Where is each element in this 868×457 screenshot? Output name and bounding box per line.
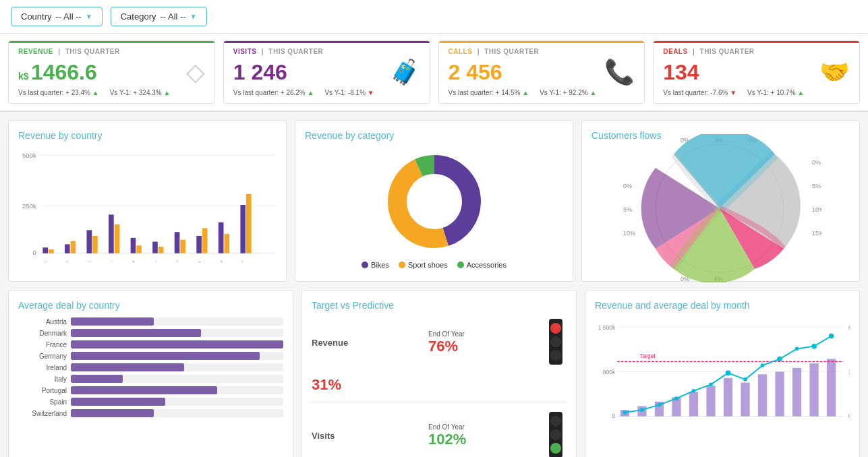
svg-point-55 bbox=[550, 336, 561, 347]
svg-text:1 600k: 1 600k bbox=[598, 324, 616, 331]
hbar-fill bbox=[71, 375, 123, 383]
legend-label-accessories: Accessories bbox=[467, 261, 507, 269]
svg-point-95 bbox=[795, 347, 799, 351]
svg-text:Portugal: Portugal bbox=[162, 260, 181, 262]
avg-deal-hbar-chart: Austria Denmark France Germany Ireland I… bbox=[18, 317, 283, 417]
country-filter-value: -- All -- bbox=[56, 11, 82, 22]
chord-svg: 0% 5% 10% 15% 0% 5% 10% 0% 3% 0% 0% 6% bbox=[620, 134, 822, 282]
avg-deal-country-card: Average deal by country Austria Denmark … bbox=[8, 290, 293, 457]
svg-rect-9 bbox=[71, 241, 76, 253]
list-item: Ireland bbox=[18, 363, 283, 371]
svg-rect-14 bbox=[131, 238, 136, 253]
revenue-period: THIS QUARTER bbox=[65, 48, 120, 55]
visits-period: THIS QUARTER bbox=[268, 48, 323, 55]
hbar-track bbox=[71, 409, 283, 417]
kpi-row: REVENUE | THIS QUARTER k$ 1466.6 ◇ Vs la… bbox=[0, 34, 868, 112]
hbar-label: Germany bbox=[18, 353, 67, 360]
svg-rect-80 bbox=[792, 368, 801, 417]
donut-legend: Bikes Sport shoes Accessories bbox=[361, 261, 507, 269]
revenue-avg-deal-title: Revenue and average deal by month bbox=[595, 300, 850, 311]
deals-icon: 🤝 bbox=[819, 58, 850, 86]
visits-icon: 🧳 bbox=[390, 58, 420, 86]
hbar-track bbox=[71, 352, 283, 360]
calls-title: CALLS bbox=[449, 48, 473, 55]
hbar-fill bbox=[71, 409, 154, 417]
svg-rect-77 bbox=[741, 383, 749, 417]
deals-vs-y1: Vs Y-1: + 10.7% ▲ bbox=[747, 89, 804, 96]
category-filter-value: -- All -- bbox=[160, 11, 185, 22]
revenue-avg-deal-card: Revenue and average deal by month 1 600k… bbox=[585, 290, 860, 457]
svg-rect-17 bbox=[158, 247, 164, 253]
svg-rect-23 bbox=[224, 234, 229, 253]
tvp-visits-eoy-label: End Of Year bbox=[428, 423, 540, 431]
svg-text:Denmark: Denmark bbox=[51, 260, 71, 262]
svg-text:0: 0 bbox=[612, 413, 616, 419]
svg-point-96 bbox=[811, 344, 817, 349]
country-filter-label: Country bbox=[21, 11, 52, 22]
svg-rect-15 bbox=[136, 245, 142, 253]
kpi-deals: DEALS | THIS QUARTER 134 🤝 Vs last quart… bbox=[653, 40, 860, 104]
svg-text:10%: 10% bbox=[623, 230, 635, 237]
charts-bottom-row: Average deal by country Austria Denmark … bbox=[0, 290, 868, 457]
svg-rect-8 bbox=[65, 244, 70, 253]
svg-text:Spain: Spain bbox=[188, 260, 202, 262]
hbar-fill bbox=[71, 329, 201, 337]
svg-text:800k: 800k bbox=[603, 369, 616, 375]
list-item: Switzerland bbox=[18, 409, 283, 417]
svg-point-58 bbox=[550, 416, 561, 427]
svg-text:6k: 6k bbox=[848, 324, 850, 331]
svg-point-59 bbox=[550, 429, 561, 440]
hbar-fill bbox=[71, 352, 260, 360]
svg-rect-82 bbox=[827, 359, 836, 417]
deals-period: THIS QUARTER bbox=[700, 48, 755, 55]
list-item: Spain bbox=[18, 398, 283, 406]
revenue-vs-y1: Vs Y-1: + 324.3% ▲ bbox=[110, 89, 171, 96]
list-item: Germany bbox=[18, 352, 283, 360]
svg-rect-24 bbox=[240, 205, 245, 253]
svg-rect-74 bbox=[689, 392, 698, 417]
revenue-prefix: k$ bbox=[18, 71, 29, 82]
visits-value: 1 246 bbox=[233, 60, 287, 85]
country-filter-arrow: ▼ bbox=[86, 13, 92, 20]
list-item: Italy bbox=[18, 375, 283, 383]
svg-rect-6 bbox=[42, 247, 48, 253]
category-filter-arrow: ▼ bbox=[190, 13, 197, 20]
hbar-label: Switzerland bbox=[18, 410, 67, 417]
category-filter[interactable]: Category -- All -- ▼ bbox=[111, 7, 207, 26]
svg-point-92 bbox=[743, 377, 747, 382]
svg-point-89 bbox=[692, 389, 696, 393]
hbar-label: Austria bbox=[18, 318, 67, 326]
revenue-by-country-card: Revenue by country 500k 250k 0 bbox=[8, 120, 287, 282]
tvp-grid: Revenue End Of Year 76% 31% Visits En bbox=[312, 317, 567, 457]
svg-text:0%: 0% bbox=[812, 159, 821, 166]
svg-text:Italy: Italy bbox=[148, 260, 159, 262]
calls-vs-quarter: Vs last quarter: + 14.5% ▲ bbox=[449, 89, 529, 96]
svg-point-39 bbox=[407, 175, 461, 228]
revenue-vs-quarter: Vs last quarter: + 23.4% ▲ bbox=[18, 89, 99, 96]
hbar-track bbox=[71, 398, 283, 406]
filter-bar: Country -- All -- ▼ Category -- All -- ▼ bbox=[0, 0, 868, 34]
revenue-title: REVENUE bbox=[18, 48, 53, 55]
hbar-fill bbox=[71, 386, 217, 394]
country-filter[interactable]: Country -- All -- ▼ bbox=[11, 7, 103, 26]
tvp-revenue-pct: 31% bbox=[312, 376, 423, 394]
tvp-divider bbox=[312, 402, 567, 402]
svg-rect-10 bbox=[86, 230, 92, 253]
hbar-label: Denmark bbox=[18, 330, 67, 337]
hbar-track bbox=[71, 363, 283, 371]
svg-point-91 bbox=[726, 371, 731, 376]
calls-period: THIS QUARTER bbox=[484, 48, 539, 55]
svg-text:15%: 15% bbox=[812, 230, 822, 237]
svg-rect-21 bbox=[202, 228, 208, 253]
traffic-light-red-icon bbox=[545, 317, 567, 366]
revenue-by-country-title: Revenue by country bbox=[18, 130, 277, 141]
tvp-revenue-eoy-pct: 76% bbox=[428, 338, 540, 355]
legend-dot-bikes bbox=[361, 262, 368, 268]
legend-dot-accessories bbox=[457, 262, 464, 268]
svg-rect-19 bbox=[180, 240, 185, 253]
svg-rect-75 bbox=[706, 386, 715, 416]
visits-vs-quarter: Vs last quarter: + 26.2% ▲ bbox=[233, 89, 314, 96]
hbar-label: Italy bbox=[18, 375, 67, 383]
traffic-light-green-icon bbox=[545, 410, 567, 457]
donut-chart-area: Bikes Sport shoes Accessories bbox=[305, 148, 563, 269]
